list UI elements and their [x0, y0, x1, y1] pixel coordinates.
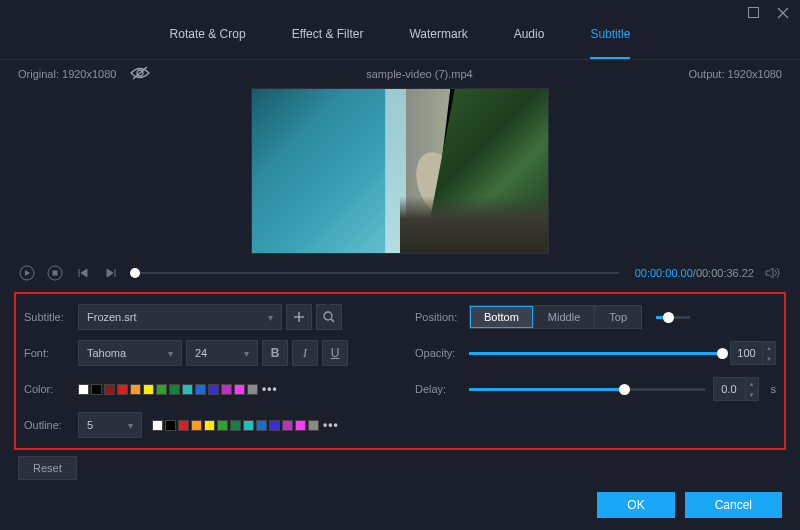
add-subtitle-button[interactable] — [286, 304, 312, 330]
color-swatch[interactable] — [247, 384, 258, 395]
time-display: 00:00:00.00/00:00:36.22 — [635, 267, 754, 279]
filename-label: sample-video (7).mp4 — [366, 68, 472, 80]
color-swatch[interactable] — [234, 384, 245, 395]
color-swatch[interactable] — [117, 384, 128, 395]
outline-width-select[interactable]: 5 — [78, 412, 142, 438]
color-swatches: ••• — [78, 382, 278, 396]
original-resolution-label: Original: 1920x1080 — [18, 68, 116, 80]
font-size-select[interactable]: 24 — [186, 340, 258, 366]
visibility-icon[interactable] — [130, 66, 150, 82]
position-middle[interactable]: Middle — [534, 306, 595, 328]
tab-audio[interactable]: Audio — [514, 27, 545, 49]
output-resolution-label: Output: 1920x1080 — [688, 68, 782, 80]
reset-button[interactable]: Reset — [18, 456, 77, 480]
color-swatch[interactable] — [178, 420, 189, 431]
color-swatch[interactable] — [165, 420, 176, 431]
color-swatch[interactable] — [230, 420, 241, 431]
color-swatch[interactable] — [156, 384, 167, 395]
color-swatch[interactable] — [221, 384, 232, 395]
opacity-up[interactable]: ▲ — [763, 342, 775, 353]
delay-spinbox[interactable]: 0.0▲▼ — [713, 377, 759, 401]
color-swatch[interactable] — [169, 384, 180, 395]
color-swatch[interactable] — [256, 420, 267, 431]
opacity-spinbox[interactable]: 100▲▼ — [730, 341, 776, 365]
italic-button[interactable]: I — [292, 340, 318, 366]
opacity-slider[interactable] — [469, 352, 722, 355]
info-row: Original: 1920x1080 sample-video (7).mp4… — [0, 60, 800, 86]
subtitle-file-select[interactable]: Frozen.srt — [78, 304, 282, 330]
playback-controls: 00:00:00.00/00:00:36.22 — [0, 258, 800, 288]
time-position: 00:00:00.00 — [635, 267, 693, 279]
search-subtitle-button[interactable] — [316, 304, 342, 330]
tab-watermark[interactable]: Watermark — [409, 27, 467, 49]
outline-swatches: ••• — [152, 418, 339, 432]
volume-button[interactable] — [764, 264, 782, 282]
more-colors-button[interactable]: ••• — [262, 382, 278, 396]
tab-subtitle[interactable]: Subtitle — [590, 27, 630, 59]
svg-point-6 — [324, 312, 332, 320]
color-swatch[interactable] — [91, 384, 102, 395]
position-label: Position: — [415, 311, 469, 323]
footer: OK Cancel — [0, 480, 800, 530]
position-fine-slider[interactable] — [656, 316, 690, 319]
color-swatch[interactable] — [143, 384, 154, 395]
next-frame-button[interactable] — [102, 264, 120, 282]
cancel-button[interactable]: Cancel — [685, 492, 782, 518]
color-swatch[interactable] — [191, 420, 202, 431]
font-name-select[interactable]: Tahoma — [78, 340, 182, 366]
stop-button[interactable] — [46, 264, 64, 282]
delay-label: Delay: — [415, 383, 469, 395]
bold-button[interactable]: B — [262, 340, 288, 366]
delay-down[interactable]: ▼ — [746, 389, 758, 400]
svg-rect-5 — [53, 271, 58, 276]
color-swatch[interactable] — [182, 384, 193, 395]
tab-bar: Rotate & Crop Effect & Filter Watermark … — [0, 27, 800, 60]
opacity-down[interactable]: ▼ — [763, 353, 775, 364]
tab-effect-filter[interactable]: Effect & Filter — [292, 27, 364, 49]
subtitle-settings-panel: Subtitle: Frozen.srt Font: Tahoma 24 B I… — [14, 292, 786, 450]
delay-slider[interactable] — [469, 388, 705, 391]
ok-button[interactable]: OK — [597, 492, 674, 518]
color-swatch[interactable] — [104, 384, 115, 395]
color-label: Color: — [24, 383, 78, 395]
titlebar — [0, 0, 800, 25]
more-colors-button[interactable]: ••• — [323, 418, 339, 432]
color-swatch[interactable] — [308, 420, 319, 431]
close-button[interactable] — [776, 6, 790, 20]
outline-label: Outline: — [24, 419, 78, 431]
prev-frame-button[interactable] — [74, 264, 92, 282]
tab-rotate-crop[interactable]: Rotate & Crop — [170, 27, 246, 49]
delay-unit: s — [771, 383, 777, 395]
position-segmented: Bottom Middle Top — [469, 305, 642, 329]
color-swatch[interactable] — [130, 384, 141, 395]
color-swatch[interactable] — [208, 384, 219, 395]
position-bottom[interactable]: Bottom — [470, 306, 534, 328]
color-swatch[interactable] — [217, 420, 228, 431]
color-swatch[interactable] — [152, 420, 163, 431]
time-duration: 00:00:36.22 — [696, 267, 754, 279]
color-swatch[interactable] — [78, 384, 89, 395]
color-swatch[interactable] — [269, 420, 280, 431]
color-swatch[interactable] — [295, 420, 306, 431]
color-swatch[interactable] — [243, 420, 254, 431]
color-swatch[interactable] — [282, 420, 293, 431]
delay-up[interactable]: ▲ — [746, 378, 758, 389]
color-swatch[interactable] — [204, 420, 215, 431]
timeline-slider[interactable] — [130, 272, 619, 274]
color-swatch[interactable] — [195, 384, 206, 395]
underline-button[interactable]: U — [322, 340, 348, 366]
play-button[interactable] — [18, 264, 36, 282]
video-preview — [251, 88, 549, 254]
opacity-label: Opacity: — [415, 347, 469, 359]
maximize-button[interactable] — [746, 6, 760, 20]
position-top[interactable]: Top — [595, 306, 641, 328]
font-label: Font: — [24, 347, 78, 359]
svg-rect-0 — [748, 8, 758, 18]
subtitle-label: Subtitle: — [24, 311, 78, 323]
